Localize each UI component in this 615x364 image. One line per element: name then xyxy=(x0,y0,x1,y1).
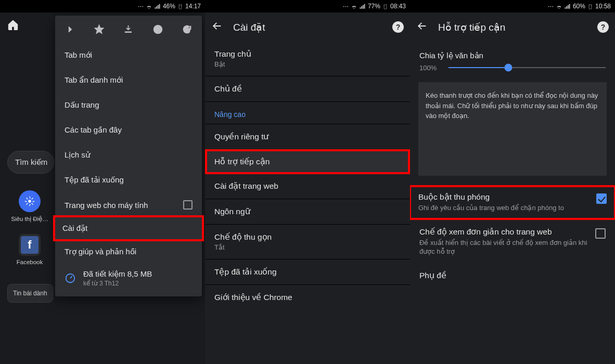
shortcut-facebook[interactable]: f Facebook xyxy=(9,234,50,265)
svg-rect-5 xyxy=(180,6,182,8)
svg-point-0 xyxy=(138,6,139,7)
svg-point-10 xyxy=(343,6,344,7)
battery-pct: 77% xyxy=(368,3,380,10)
setting-accessibility[interactable]: Hỗ trợ tiếp cận xyxy=(205,149,410,174)
svg-point-18 xyxy=(552,6,553,7)
svg-point-16 xyxy=(548,6,549,7)
forward-icon[interactable] xyxy=(58,18,81,41)
scale-value: 100% xyxy=(419,64,442,72)
star-icon[interactable] xyxy=(88,18,111,41)
back-icon[interactable] xyxy=(211,20,223,34)
setting-about-chrome[interactable]: Giới thiệu về Chrome xyxy=(205,285,410,310)
signal-icon xyxy=(359,3,366,10)
text-scale-slider[interactable] xyxy=(449,61,606,74)
gauge-icon xyxy=(65,272,76,284)
setting-theme[interactable]: Chủ đề xyxy=(205,76,410,102)
menu-incognito-tab[interactable]: Tab ẩn danh mới xyxy=(55,68,202,93)
back-icon[interactable] xyxy=(416,20,428,34)
setting-simplified-view[interactable]: Chế độ xem đơn giản cho trang web Đề xuấ… xyxy=(410,220,615,264)
shortcut-dienmay[interactable]: Siêu thị Điệ… xyxy=(9,190,50,223)
panel-chrome-menu: 46% 14:17 Tìm kiếm Siêu thị Điệ… f Faceb… xyxy=(0,0,205,364)
setting-homepage[interactable]: Trang chủ Bật xyxy=(205,42,410,76)
setting-language[interactable]: Ngôn ngữ xyxy=(205,199,410,225)
status-bar: 77% 08:43 xyxy=(205,0,410,12)
svg-point-1 xyxy=(140,6,142,7)
menu-downloads[interactable]: Tệp đã tải xuống xyxy=(55,167,202,192)
svg-point-17 xyxy=(550,6,552,7)
svg-point-2 xyxy=(142,6,143,7)
setting-force-zoom[interactable]: Buộc bật thu phóng Ghi đè yêu cầu của tr… xyxy=(410,185,615,220)
signal-icon xyxy=(564,3,571,10)
more-icon xyxy=(547,3,554,10)
clock: 08:43 xyxy=(390,3,406,10)
more-icon xyxy=(137,3,144,10)
setting-downloads[interactable]: Tệp đã tải xuống xyxy=(205,259,410,285)
menu-settings[interactable]: Cài đặt xyxy=(53,215,204,241)
app-bar: Hỗ trợ tiếp cận ? xyxy=(410,12,615,42)
clock: 14:17 xyxy=(185,3,201,10)
download-icon[interactable] xyxy=(117,18,140,41)
page-title: Cài đặt xyxy=(233,21,382,33)
home-icon[interactable] xyxy=(7,19,19,33)
svg-point-12 xyxy=(347,6,348,7)
svg-rect-7 xyxy=(125,31,132,32)
news-chip[interactable]: Tin bài dành xyxy=(7,284,53,303)
menu-history[interactable]: Lịch sử xyxy=(55,142,202,167)
setting-site-settings[interactable]: Cài đặt trang web xyxy=(205,174,410,199)
battery-icon xyxy=(587,3,593,10)
battery-icon xyxy=(382,3,388,10)
wifi-icon xyxy=(351,3,357,10)
menu-new-tab[interactable]: Tab mới xyxy=(55,43,202,68)
more-icon xyxy=(342,3,349,10)
status-bar: 46% 14:17 xyxy=(0,0,205,12)
help-icon[interactable]: ? xyxy=(392,21,404,33)
panel-settings: 77% 08:43 Cài đặt ? Trang chủ Bật Chủ đề… xyxy=(205,0,410,364)
menu-recent-tabs[interactable]: Các tab gần đây xyxy=(55,118,202,142)
wifi-icon xyxy=(146,3,152,10)
text-scaling: Chia tỷ lệ văn bản 100% xyxy=(410,44,615,77)
checkbox-icon[interactable] xyxy=(595,228,606,239)
checkbox-icon[interactable] xyxy=(596,193,607,204)
signal-icon xyxy=(154,3,161,10)
menu-help-feedback[interactable]: Trợ giúp và phản hồi xyxy=(55,239,202,264)
battery-pct: 60% xyxy=(573,3,585,10)
info-icon[interactable] xyxy=(146,18,169,41)
refresh-icon[interactable] xyxy=(176,18,199,41)
menu-desktop-site[interactable]: Trang web cho máy tính xyxy=(55,192,202,217)
battery-icon xyxy=(177,3,183,10)
svg-rect-15 xyxy=(385,5,387,8)
checkbox-icon[interactable] xyxy=(183,200,193,210)
svg-point-6 xyxy=(28,200,31,203)
setting-privacy[interactable]: Quyền riêng tư xyxy=(205,124,410,150)
help-icon[interactable]: ? xyxy=(597,21,609,33)
sample-text-box: Kéo thanh trượt cho đến khi bạn có thể đ… xyxy=(418,82,607,176)
setting-captions[interactable]: Phụ đề xyxy=(410,264,615,288)
page-title: Hỗ trợ tiếp cận xyxy=(438,21,587,33)
svg-rect-21 xyxy=(590,6,592,8)
setting-lite-mode[interactable]: Chế độ thu gọn Tắt xyxy=(205,225,410,259)
svg-point-11 xyxy=(345,6,347,7)
clock: 10:58 xyxy=(595,3,611,10)
menu-bookmarks[interactable]: Dấu trang xyxy=(55,93,202,118)
app-bar: Cài đặt ? xyxy=(205,12,410,42)
svg-rect-20 xyxy=(590,4,591,4)
search-chip[interactable]: Tìm kiếm xyxy=(7,151,54,174)
wifi-icon xyxy=(556,3,562,10)
svg-rect-4 xyxy=(180,4,181,4)
svg-rect-14 xyxy=(385,4,386,4)
menu-data-saved[interactable]: Đã tiết kiệm 8,5 MB kể từ 3 Th12 xyxy=(55,264,202,293)
status-bar: 60% 10:58 xyxy=(410,0,615,12)
battery-pct: 46% xyxy=(163,3,175,10)
panel-accessibility: 60% 10:58 Hỗ trợ tiếp cận ? Chia tỷ lệ v… xyxy=(410,0,615,364)
overflow-menu: Tab mới Tab ẩn danh mới Dấu trang Các ta… xyxy=(55,16,202,296)
section-advanced: Nâng cao xyxy=(205,102,410,124)
